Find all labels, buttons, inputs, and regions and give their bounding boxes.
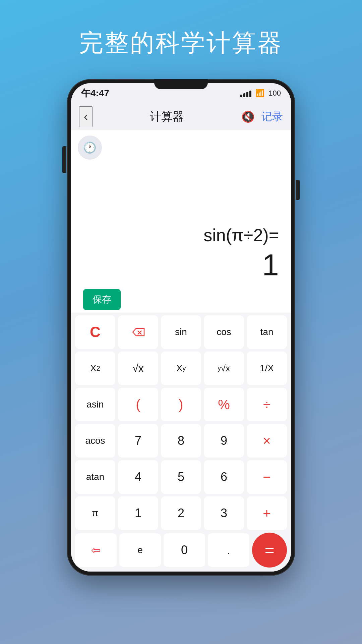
keypad-row-1: C sin cos tan <box>75 315 287 349</box>
save-button[interactable]: 保存 <box>83 289 121 310</box>
key-pi[interactable]: π <box>75 496 115 530</box>
key-multiply[interactable]: × <box>247 424 287 458</box>
keypad: C sin cos tan X2 √x <box>71 313 291 572</box>
camera-notch <box>154 83 208 89</box>
wifi-icon: 📶 <box>255 89 264 98</box>
key-clear[interactable]: C <box>75 315 115 349</box>
phone-shell: 午4:47 📶 100 ‹ 计算器 🔇 记录 <box>67 79 295 576</box>
key-7[interactable]: 7 <box>118 424 158 458</box>
key-divide[interactable]: ÷ <box>247 388 287 421</box>
keypad-row-4: acos 7 8 9 × <box>75 424 287 458</box>
header-actions: 🔇 记录 <box>241 109 283 124</box>
key-5[interactable]: 5 <box>161 460 201 494</box>
expression-area: sin(π÷2)= 1 <box>78 160 284 286</box>
key-atan[interactable]: atan <box>75 460 115 494</box>
key-2[interactable]: 2 <box>161 496 201 530</box>
phone-screen: 午4:47 📶 100 ‹ 计算器 🔇 记录 <box>71 83 291 572</box>
history-button[interactable]: 🕐 <box>78 136 102 160</box>
history-icon: 🕐 <box>83 141 97 154</box>
status-time: 午4:47 <box>81 87 109 100</box>
keypad-row-6: π 1 2 3 + <box>75 496 287 530</box>
key-sin[interactable]: sin <box>161 315 201 349</box>
key-arrow[interactable]: ⇦ <box>75 533 117 567</box>
key-subtract[interactable]: − <box>247 460 287 494</box>
keypad-row-last: ⇦ e 0 . = <box>75 533 287 568</box>
record-button[interactable]: 记录 <box>261 109 283 124</box>
key-4[interactable]: 4 <box>118 460 158 494</box>
key-open-paren[interactable]: ( <box>118 388 158 421</box>
key-percent[interactable]: % <box>204 388 244 421</box>
key-reciprocal[interactable]: 1/X <box>247 352 287 385</box>
expression-display: sin(π÷2)= <box>203 224 279 247</box>
display-area: 🕐 sin(π÷2)= 1 保存 <box>71 130 291 313</box>
key-x-squared[interactable]: X2 <box>75 352 115 385</box>
key-yth-root[interactable]: y√x <box>204 352 244 385</box>
key-tan[interactable]: tan <box>247 315 287 349</box>
header-title: 计算器 <box>93 109 241 124</box>
back-button[interactable]: ‹ <box>79 106 93 127</box>
key-backspace[interactable] <box>118 315 158 349</box>
key-6[interactable]: 6 <box>204 460 244 494</box>
key-acos[interactable]: acos <box>75 424 115 458</box>
page-bg-title: 完整的科学计算器 <box>79 27 283 59</box>
key-8[interactable]: 8 <box>161 424 201 458</box>
key-add[interactable]: + <box>247 496 287 530</box>
key-0[interactable]: 0 <box>164 533 205 567</box>
key-9[interactable]: 9 <box>204 424 244 458</box>
status-icons: 📶 100 <box>240 89 281 98</box>
key-sqrt[interactable]: √x <box>118 352 158 385</box>
keypad-row-3: asin ( ) % ÷ <box>75 388 287 421</box>
key-close-paren[interactable]: ) <box>161 388 201 421</box>
result-display: 1 <box>262 247 279 283</box>
keypad-row-2: X2 √x Xy y√x 1/X <box>75 352 287 385</box>
key-x-power-y[interactable]: Xy <box>161 352 201 385</box>
key-1[interactable]: 1 <box>118 496 158 530</box>
key-cos[interactable]: cos <box>204 315 244 349</box>
key-euler[interactable]: e <box>119 533 161 567</box>
key-equals[interactable]: = <box>252 533 287 568</box>
app-header: ‹ 计算器 🔇 记录 <box>71 103 291 130</box>
key-3[interactable]: 3 <box>204 496 244 530</box>
key-decimal[interactable]: . <box>208 533 249 567</box>
battery-indicator: 100 <box>268 89 281 98</box>
mute-icon[interactable]: 🔇 <box>241 110 255 123</box>
signal-icon <box>240 89 251 97</box>
keypad-row-5: atan 4 5 6 − <box>75 460 287 494</box>
key-asin[interactable]: asin <box>75 388 115 421</box>
